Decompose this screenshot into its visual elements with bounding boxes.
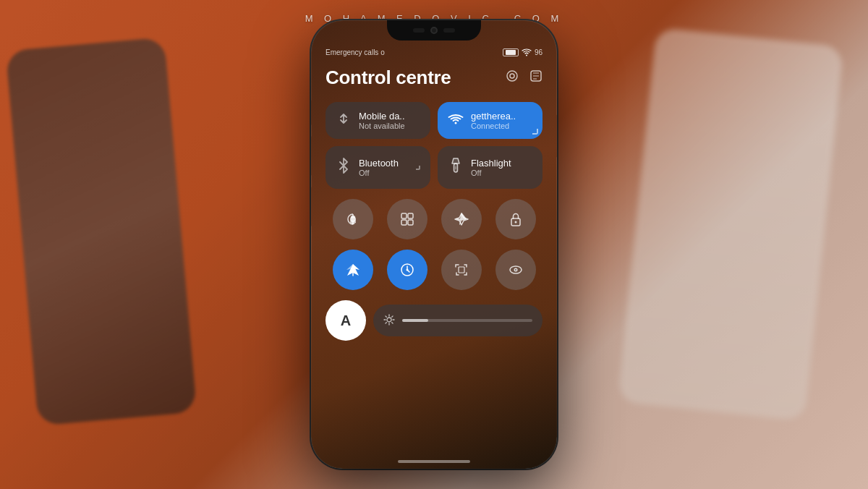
svg-line-30 bbox=[392, 322, 393, 323]
svg-point-24 bbox=[387, 318, 391, 322]
scan-button[interactable] bbox=[441, 250, 482, 290]
notch-camera bbox=[430, 27, 438, 34]
mobile-data-text: Mobile da.. Not available bbox=[359, 111, 405, 130]
wifi-text: gettherea.. Connected bbox=[471, 111, 516, 130]
flashlight-sub: Off bbox=[471, 169, 511, 177]
bluetooth-signal-indicator bbox=[416, 166, 420, 170]
brightness-track bbox=[402, 319, 532, 322]
svg-point-19 bbox=[406, 269, 408, 271]
flashlight-tile[interactable]: Flashlight Off bbox=[438, 146, 542, 189]
bg-phone-right bbox=[618, 27, 844, 421]
battery-fill bbox=[506, 50, 516, 55]
bluetooth-tile[interactable]: Bluetooth Off bbox=[326, 146, 430, 189]
svg-line-31 bbox=[386, 322, 386, 323]
svg-line-32 bbox=[392, 315, 393, 316]
svg-rect-15 bbox=[408, 220, 413, 225]
svg-point-0 bbox=[526, 55, 527, 56]
bluetooth-sub: Off bbox=[359, 169, 399, 177]
svg-point-7 bbox=[455, 122, 457, 124]
location-button[interactable] bbox=[333, 250, 373, 290]
cc-header-icons bbox=[505, 69, 542, 87]
tiles-row-1: Mobile da.. Not available bbox=[326, 102, 542, 139]
notch-sensor-2 bbox=[443, 28, 455, 33]
alpha-button[interactable]: A bbox=[326, 300, 366, 341]
flashlight-label: Flashlight bbox=[471, 158, 511, 169]
notch-sensor bbox=[413, 28, 425, 33]
edit-icon[interactable] bbox=[529, 69, 542, 86]
flashlight-icon bbox=[448, 158, 464, 177]
home-indicator[interactable] bbox=[398, 460, 470, 463]
bluetooth-text: Bluetooth Off bbox=[359, 158, 399, 177]
svg-point-1 bbox=[507, 71, 517, 81]
svg-rect-12 bbox=[401, 213, 407, 218]
phone-screen: Emergency calls o 96 bbox=[311, 20, 557, 469]
svg-point-17 bbox=[514, 221, 516, 224]
quick-row-1 bbox=[326, 199, 542, 239]
sound-button[interactable] bbox=[333, 199, 373, 239]
brightness-slider[interactable] bbox=[373, 305, 542, 336]
bottom-row: A bbox=[326, 300, 542, 341]
airplane-mode-button[interactable] bbox=[441, 199, 482, 239]
notch bbox=[387, 20, 481, 41]
screen-lock-button[interactable] bbox=[495, 199, 536, 239]
cc-title: Control centre bbox=[326, 67, 451, 89]
svg-point-23 bbox=[515, 269, 516, 271]
svg-rect-13 bbox=[408, 213, 413, 218]
status-icons: 96 bbox=[503, 48, 542, 56]
tiles-row-2: Bluetooth Off Flashligh bbox=[326, 146, 542, 189]
screen-time-button[interactable] bbox=[387, 250, 427, 290]
mobile-data-sub: Not available bbox=[359, 122, 405, 130]
svg-rect-20 bbox=[459, 267, 464, 273]
flashlight-text: Flashlight Off bbox=[471, 158, 511, 177]
control-centre-content: Control centre bbox=[311, 61, 557, 355]
bg-phone-left bbox=[6, 37, 197, 425]
wifi-tile-icon bbox=[448, 112, 464, 129]
brightness-fill bbox=[402, 319, 428, 322]
svg-rect-14 bbox=[401, 220, 407, 225]
wifi-sub: Connected bbox=[471, 122, 516, 130]
cc-header: Control centre bbox=[326, 67, 542, 89]
svg-point-2 bbox=[510, 74, 514, 78]
quick-row-2 bbox=[326, 250, 542, 290]
wifi-icon bbox=[522, 48, 532, 56]
brightness-icon bbox=[383, 314, 395, 328]
battery-percent: 96 bbox=[535, 48, 542, 56]
mobile-data-label: Mobile da.. bbox=[359, 111, 405, 122]
screenshot-button[interactable] bbox=[387, 199, 427, 239]
svg-line-29 bbox=[386, 315, 386, 316]
wifi-tile[interactable]: gettherea.. Connected bbox=[438, 102, 542, 139]
bluetooth-label: Bluetooth bbox=[359, 158, 399, 169]
mobile-data-tile[interactable]: Mobile da.. Not available bbox=[326, 102, 430, 139]
bluetooth-icon bbox=[336, 158, 352, 177]
status-emergency: Emergency calls o bbox=[326, 48, 385, 56]
settings-icon[interactable] bbox=[505, 69, 519, 87]
wifi-signal-indicator bbox=[532, 129, 538, 135]
reading-mode-button[interactable] bbox=[495, 250, 536, 290]
phone-frame: Emergency calls o 96 bbox=[311, 20, 557, 469]
wifi-label: gettherea.. bbox=[471, 111, 516, 122]
mobile-data-icon bbox=[336, 112, 352, 129]
battery-icon bbox=[503, 48, 519, 56]
